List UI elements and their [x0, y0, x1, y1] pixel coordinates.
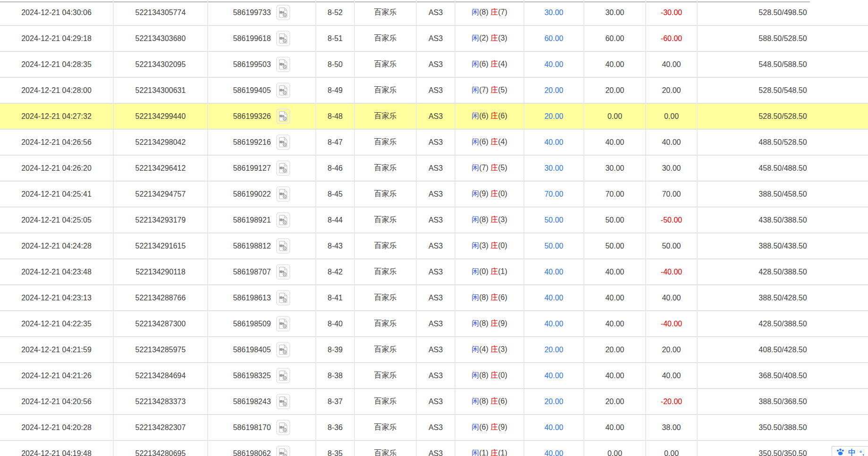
cell-bet-amount[interactable]: 20.00 — [524, 389, 584, 415]
video-replay-button[interactable] — [276, 316, 290, 332]
cell-bet-id: 522134287300 — [113, 311, 208, 337]
result-player-label: 闲 — [472, 164, 479, 172]
result-player-points: (4) — [479, 345, 489, 353]
cell-result: 闲(9) 庄(0) — [455, 181, 524, 207]
video-replay-icon — [278, 318, 288, 329]
cell-bet-amount[interactable]: 50.00 — [524, 207, 584, 233]
cell-game-name: 百家乐 — [354, 181, 416, 207]
cell-bet-amount[interactable]: 40.00 — [524, 129, 584, 155]
video-replay-button[interactable] — [276, 212, 290, 228]
cell-table-code: AS3 — [416, 0, 455, 25]
video-replay-button[interactable] — [276, 134, 290, 150]
cell-bet-amount[interactable]: 20.00 — [524, 103, 584, 129]
cell-balance: 428.50/388.50 — [697, 259, 868, 285]
table-row[interactable]: 2024-12-21 04:21:26 522134284694 5861983… — [0, 363, 868, 389]
video-replay-button[interactable] — [276, 108, 290, 124]
video-replay-icon — [278, 215, 288, 225]
result-banker-points: (6) — [498, 397, 507, 405]
video-replay-button[interactable] — [276, 290, 290, 306]
video-replay-icon — [278, 240, 288, 251]
cell-bet-amount[interactable]: 40.00 — [524, 285, 584, 311]
cell-game-id: 586199405 — [208, 77, 316, 103]
video-replay-button[interactable] — [276, 342, 290, 357]
table-row[interactable]: 2024-12-21 04:20:56 522134283373 5861982… — [0, 389, 868, 415]
cell-game-name: 百家乐 — [354, 259, 416, 285]
video-replay-button[interactable] — [276, 5, 290, 20]
cell-balance: 408.50/428.50 — [697, 337, 868, 363]
table-row[interactable]: 2024-12-21 04:25:41 522134294757 5861990… — [0, 181, 868, 207]
cell-round: 8-36 — [316, 415, 354, 440]
ime-language-toggle[interactable]: 中 — [848, 448, 856, 456]
video-replay-button[interactable] — [276, 186, 290, 202]
table-row[interactable]: 2024-12-21 04:26:56 522134298042 5861992… — [0, 129, 868, 155]
table-row[interactable]: 2024-12-21 04:21:59 522134285975 5861984… — [0, 337, 868, 363]
result-player-label: 闲 — [472, 216, 479, 224]
cell-bet-amount[interactable]: 20.00 — [524, 77, 584, 103]
table-row[interactable]: 2024-12-21 04:20:28 522134282307 5861981… — [0, 415, 868, 440]
video-replay-button[interactable] — [276, 160, 290, 176]
video-replay-button[interactable] — [276, 446, 290, 456]
cell-valid-amount: 20.00 — [584, 77, 646, 103]
cell-win-loss: 40.00 — [646, 129, 697, 155]
cell-bet-amount[interactable]: 40.00 — [524, 363, 584, 389]
cell-bet-amount[interactable]: 20.00 — [524, 337, 584, 363]
table-row[interactable]: 2024-12-21 04:28:35 522134302095 5861995… — [0, 51, 868, 77]
table-row[interactable]: 2024-12-21 04:27:32 522134299440 5861993… — [0, 103, 868, 129]
table-row[interactable]: 2024-12-21 04:28:00 522134300631 5861994… — [0, 77, 868, 103]
cell-win-loss: -30.00 — [646, 0, 697, 25]
table-row[interactable]: 2024-12-21 04:22:35 522134287300 5861985… — [0, 311, 868, 337]
video-replay-button[interactable] — [276, 238, 290, 254]
table-row[interactable]: 2024-12-21 04:23:13 522134288766 5861986… — [0, 285, 868, 311]
ime-punctuation-toggle[interactable]: °, — [860, 449, 865, 456]
video-replay-button[interactable] — [276, 394, 290, 409]
result-player-points: (6) — [479, 112, 489, 120]
cell-bet-amount[interactable]: 40.00 — [524, 51, 584, 77]
ime-paw-icon[interactable] — [836, 448, 844, 456]
video-replay-button[interactable] — [276, 420, 290, 435]
video-replay-button[interactable] — [276, 368, 290, 383]
cell-round: 8-51 — [316, 25, 354, 51]
cell-valid-amount: 60.00 — [584, 25, 646, 51]
cell-table-code: AS3 — [416, 51, 455, 77]
table-row[interactable]: 2024-12-21 04:26:20 522134296412 5861991… — [0, 155, 868, 181]
cell-bet-amount[interactable]: 40.00 — [524, 415, 584, 440]
result-banker-points: (3) — [498, 34, 507, 42]
cell-time: 2024-12-21 04:26:56 — [0, 129, 113, 155]
cell-bet-amount[interactable]: 30.00 — [524, 0, 584, 25]
cell-bet-id: 522134284694 — [113, 363, 208, 389]
table-row[interactable]: 2024-12-21 04:19:48 522134280695 5861980… — [0, 440, 868, 456]
video-replay-button[interactable] — [276, 83, 290, 98]
table-row[interactable]: 2024-12-21 04:30:06 522134305774 5861997… — [0, 0, 868, 25]
table-row[interactable]: 2024-12-21 04:25:05 522134293179 5861989… — [0, 207, 868, 233]
game-id-text: 586199618 — [233, 34, 271, 42]
table-row[interactable]: 2024-12-21 04:23:48 522134290118 5861987… — [0, 259, 868, 285]
cell-bet-amount[interactable]: 60.00 — [524, 25, 584, 51]
table-row[interactable]: 2024-12-21 04:29:18 522134303680 5861996… — [0, 25, 868, 51]
cell-bet-amount[interactable]: 40.00 — [524, 311, 584, 337]
result-banker-points: (0) — [498, 190, 507, 198]
cell-result: 闲(1) 庄(1) — [455, 440, 524, 456]
cell-table-code: AS3 — [416, 285, 455, 311]
result-player-points: (7) — [479, 86, 489, 94]
cell-bet-amount[interactable]: 30.00 — [524, 155, 584, 181]
video-replay-button[interactable] — [276, 31, 290, 46]
cell-time: 2024-12-21 04:28:35 — [0, 51, 113, 77]
cell-win-loss: 40.00 — [646, 285, 697, 311]
cell-bet-amount[interactable]: 50.00 — [524, 233, 584, 259]
video-replay-button[interactable] — [276, 264, 290, 280]
cell-bet-amount[interactable]: 70.00 — [524, 181, 584, 207]
cell-round: 8-41 — [316, 285, 354, 311]
table-row[interactable]: 2024-12-21 04:24:28 522134291615 5861988… — [0, 233, 868, 259]
result-player-points: (2) — [479, 34, 489, 42]
cell-bet-amount[interactable]: 40.00 — [524, 259, 584, 285]
cell-win-loss: 40.00 — [646, 51, 697, 77]
game-id-text: 586199216 — [233, 138, 271, 146]
cell-table-code: AS3 — [416, 129, 455, 155]
video-replay-button[interactable] — [276, 57, 290, 72]
result-player-points: (7) — [479, 164, 489, 172]
cell-bet-amount[interactable]: 40.00 — [524, 440, 584, 456]
video-replay-icon — [278, 137, 288, 148]
ime-toolbar[interactable]: 中 °, [ — [832, 446, 868, 456]
cell-time: 2024-12-21 04:25:05 — [0, 207, 113, 233]
cell-valid-amount: 40.00 — [584, 285, 646, 311]
